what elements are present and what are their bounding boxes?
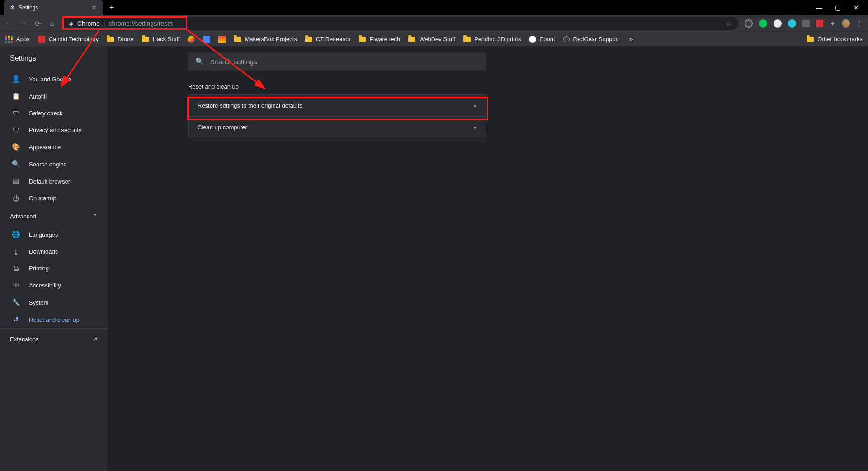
- sidebar-item-you-and-google[interactable]: 👤You and Google: [0, 71, 108, 88]
- search-settings[interactable]: 🔍 Search settings: [188, 52, 486, 71]
- tab-close-button[interactable]: ✕: [91, 4, 97, 11]
- palette-icon: 🎨: [12, 143, 20, 151]
- sidebar-item-search-engine[interactable]: 🔍Search engine: [0, 155, 108, 173]
- sidebar-item-label: Downloads: [29, 248, 58, 255]
- folder-icon: [463, 37, 471, 42]
- window-controls: ― ▢ ✕: [816, 4, 868, 11]
- sidebar-item-label: Accessibility: [29, 282, 61, 289]
- bookmark-apps[interactable]: Apps: [5, 36, 30, 43]
- sidebar-item-label: Printing: [29, 265, 49, 272]
- sidebar-item-system[interactable]: 🔧System: [0, 294, 108, 311]
- clipboard-icon: 📋: [12, 92, 20, 100]
- sidebar-item-label: Search engine: [29, 161, 67, 168]
- sidebar-extensions[interactable]: Extensions↗: [0, 328, 108, 350]
- bookmark-label: Apps: [16, 36, 30, 42]
- address-divider: |: [104, 20, 105, 27]
- clean-up-row[interactable]: Clean up computer ▸: [189, 116, 486, 138]
- globe-icon: 🌐: [12, 231, 20, 239]
- bookmark-item[interactable]: MakersBox Projects: [234, 36, 297, 42]
- extension-icon-3[interactable]: [774, 19, 782, 28]
- accessibility-icon: ✙: [12, 281, 20, 289]
- site-icon: [203, 36, 210, 43]
- globe-icon: [563, 36, 570, 42]
- sidebar-item-languages[interactable]: 🌐Languages: [0, 226, 108, 243]
- address-bar[interactable]: ◈ Chrome | chrome://settings/reset ☆: [62, 17, 738, 30]
- sidebar-item-safety-check[interactable]: 🛡Safety check: [0, 105, 108, 122]
- search-icon: 🔍: [12, 160, 20, 168]
- sidebar-item-autofill[interactable]: 📋Autofill: [0, 88, 108, 105]
- chevron-right-icon: ▸: [474, 124, 477, 130]
- bookmark-item[interactable]: Fount: [529, 36, 555, 43]
- sidebar-item-default-browser[interactable]: ▤Default browser: [0, 173, 108, 190]
- forward-button[interactable]: →: [19, 19, 27, 28]
- sidebar-item-privacy[interactable]: 🛡Privacy and security: [0, 122, 108, 138]
- reset-card: Restore settings to their original defau…: [188, 94, 486, 138]
- sidebar-item-appearance[interactable]: 🎨Appearance: [0, 138, 108, 155]
- bookmark-item[interactable]: Piware.tech: [359, 36, 400, 42]
- bookmark-label: WebDev Stuff: [419, 36, 455, 42]
- chevron-right-icon: ▸: [474, 103, 477, 108]
- other-bookmarks[interactable]: Other bookmarks: [807, 36, 863, 42]
- extension-icons: ✦ ⋮: [745, 19, 863, 28]
- address-origin: Chrome: [77, 20, 100, 27]
- extensions-puzzle-icon[interactable]: ✦: [830, 19, 835, 28]
- home-button[interactable]: ⌂: [48, 19, 56, 28]
- bookmark-star-icon[interactable]: ☆: [726, 20, 732, 27]
- bookmark-item[interactable]: [188, 36, 195, 43]
- restore-defaults-row[interactable]: Restore settings to their original defau…: [189, 95, 486, 116]
- sidebar-item-downloads[interactable]: ⭳Downloads: [0, 243, 108, 260]
- section-title: Reset and clean up: [188, 83, 862, 90]
- extension-icon-1[interactable]: [745, 19, 753, 28]
- extension-icon-5[interactable]: [802, 20, 810, 27]
- sidebar-item-on-startup[interactable]: ⏻On startup: [0, 190, 108, 207]
- browser-tab[interactable]: ⚙ Settings ✕: [4, 0, 103, 15]
- close-window-button[interactable]: ✕: [854, 4, 859, 11]
- extension-icon-2[interactable]: [759, 19, 767, 28]
- download-icon: ⭳: [12, 248, 20, 255]
- bookmark-item[interactable]: RedGear Support: [563, 36, 619, 42]
- bookmark-item[interactable]: [203, 36, 210, 43]
- new-tab-button[interactable]: +: [103, 3, 121, 13]
- bookmark-item[interactable]: Drone: [107, 36, 133, 42]
- bookmark-label: MakersBox Projects: [245, 36, 297, 42]
- profile-avatar[interactable]: [842, 19, 850, 28]
- bookmarks-overflow-button[interactable]: »: [627, 35, 635, 43]
- bookmark-item[interactable]: [218, 36, 226, 43]
- menu-button[interactable]: ⋮: [856, 19, 863, 28]
- sidebar-item-reset[interactable]: ↺Reset and clean up: [0, 311, 108, 328]
- wrench-icon: 🔧: [12, 298, 20, 306]
- site-icon: [38, 36, 45, 43]
- folder-icon: [408, 37, 415, 42]
- bookmark-label: Other bookmarks: [817, 36, 863, 42]
- reload-button[interactable]: ⟳: [33, 19, 42, 28]
- maximize-button[interactable]: ▢: [835, 4, 841, 11]
- folder-icon: [807, 37, 814, 42]
- folder-icon: [107, 37, 114, 42]
- sidebar-item-label: Privacy and security: [29, 127, 81, 133]
- bookmark-item[interactable]: WebDev Stuff: [408, 36, 455, 42]
- browser-icon: ▤: [12, 177, 20, 185]
- bookmark-label: Piware.tech: [369, 36, 400, 42]
- gmail-icon: [218, 36, 226, 43]
- sidebar-advanced-toggle[interactable]: Advanced⌃: [0, 207, 108, 226]
- sidebar-item-printing[interactable]: 🖶Printing: [0, 260, 108, 277]
- bookmark-item[interactable]: Pending 3D prints: [463, 36, 521, 42]
- bookmark-label: Hack Stuff: [153, 36, 180, 42]
- bookmark-item[interactable]: Hack Stuff: [142, 36, 180, 42]
- settings-content: 🔍 Search settings Reset and clean up Res…: [108, 46, 868, 471]
- back-button[interactable]: ←: [5, 19, 13, 28]
- extension-icon-4[interactable]: [788, 19, 796, 28]
- folder-icon: [142, 37, 149, 42]
- folder-icon: [305, 37, 312, 42]
- sidebar-item-label: You and Google: [29, 76, 71, 83]
- settings-title: Settings: [0, 46, 108, 71]
- sidebar-item-label: Appearance: [29, 144, 61, 151]
- gear-icon: ⚙: [10, 5, 15, 11]
- sidebar-item-accessibility[interactable]: ✙Accessibility: [0, 277, 108, 294]
- site-info-icon[interactable]: ◈: [69, 20, 74, 27]
- extension-icon-6[interactable]: [816, 20, 823, 27]
- bookmark-item[interactable]: CT Research: [305, 36, 350, 42]
- minimize-button[interactable]: ―: [816, 4, 822, 11]
- shield-check-icon: 🛡: [12, 109, 20, 117]
- bookmark-item[interactable]: Candid.Technology: [38, 36, 99, 43]
